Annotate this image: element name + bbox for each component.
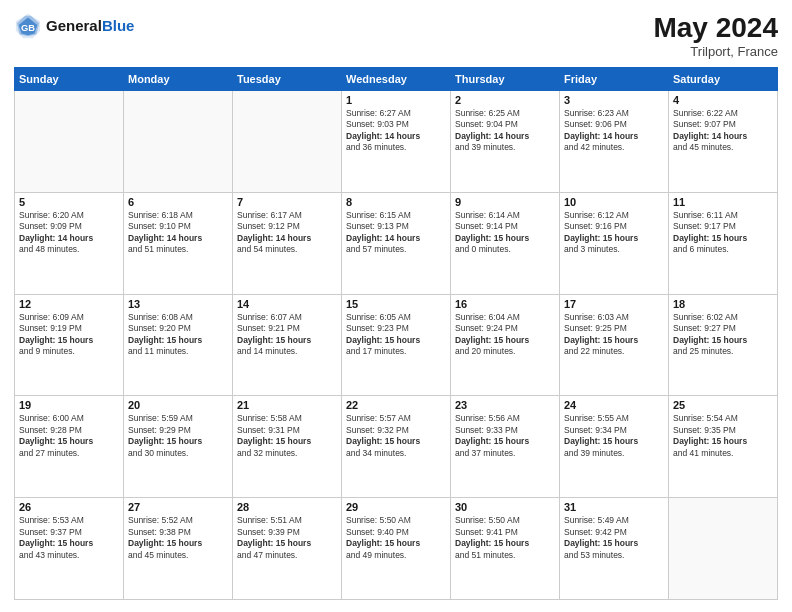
day-number: 16: [455, 298, 555, 310]
day-number: 1: [346, 94, 446, 106]
col-wednesday: Wednesday: [342, 68, 451, 91]
table-row: [669, 498, 778, 600]
col-thursday: Thursday: [451, 68, 560, 91]
day-info: Sunrise: 5:50 AMSunset: 9:41 PMDaylight:…: [455, 515, 555, 561]
day-info: Sunrise: 6:15 AMSunset: 9:13 PMDaylight:…: [346, 210, 446, 256]
table-row: 11Sunrise: 6:11 AMSunset: 9:17 PMDayligh…: [669, 192, 778, 294]
table-row: 23Sunrise: 5:56 AMSunset: 9:33 PMDayligh…: [451, 396, 560, 498]
day-number: 15: [346, 298, 446, 310]
table-row: 30Sunrise: 5:50 AMSunset: 9:41 PMDayligh…: [451, 498, 560, 600]
table-row: 16Sunrise: 6:04 AMSunset: 9:24 PMDayligh…: [451, 294, 560, 396]
table-row: 20Sunrise: 5:59 AMSunset: 9:29 PMDayligh…: [124, 396, 233, 498]
calendar-week-row: 12Sunrise: 6:09 AMSunset: 9:19 PMDayligh…: [15, 294, 778, 396]
day-info: Sunrise: 6:00 AMSunset: 9:28 PMDaylight:…: [19, 413, 119, 459]
table-row: 18Sunrise: 6:02 AMSunset: 9:27 PMDayligh…: [669, 294, 778, 396]
day-number: 3: [564, 94, 664, 106]
day-number: 23: [455, 399, 555, 411]
day-info: Sunrise: 5:58 AMSunset: 9:31 PMDaylight:…: [237, 413, 337, 459]
table-row: 26Sunrise: 5:53 AMSunset: 9:37 PMDayligh…: [15, 498, 124, 600]
table-row: 14Sunrise: 6:07 AMSunset: 9:21 PMDayligh…: [233, 294, 342, 396]
day-info: Sunrise: 5:54 AMSunset: 9:35 PMDaylight:…: [673, 413, 773, 459]
table-row: 6Sunrise: 6:18 AMSunset: 9:10 PMDaylight…: [124, 192, 233, 294]
col-sunday: Sunday: [15, 68, 124, 91]
table-row: 19Sunrise: 6:00 AMSunset: 9:28 PMDayligh…: [15, 396, 124, 498]
table-row: 17Sunrise: 6:03 AMSunset: 9:25 PMDayligh…: [560, 294, 669, 396]
table-row: 21Sunrise: 5:58 AMSunset: 9:31 PMDayligh…: [233, 396, 342, 498]
table-row: 5Sunrise: 6:20 AMSunset: 9:09 PMDaylight…: [15, 192, 124, 294]
logo: GB GeneralBlue: [14, 12, 134, 40]
day-number: 29: [346, 501, 446, 513]
table-row: 2Sunrise: 6:25 AMSunset: 9:04 PMDaylight…: [451, 91, 560, 193]
day-number: 26: [19, 501, 119, 513]
day-number: 6: [128, 196, 228, 208]
day-info: Sunrise: 6:12 AMSunset: 9:16 PMDaylight:…: [564, 210, 664, 256]
table-row: 24Sunrise: 5:55 AMSunset: 9:34 PMDayligh…: [560, 396, 669, 498]
day-info: Sunrise: 6:09 AMSunset: 9:19 PMDaylight:…: [19, 312, 119, 358]
table-row: 15Sunrise: 6:05 AMSunset: 9:23 PMDayligh…: [342, 294, 451, 396]
calendar-week-row: 5Sunrise: 6:20 AMSunset: 9:09 PMDaylight…: [15, 192, 778, 294]
title-block: May 2024 Trilport, France: [653, 12, 778, 59]
day-info: Sunrise: 6:20 AMSunset: 9:09 PMDaylight:…: [19, 210, 119, 256]
table-row: 3Sunrise: 6:23 AMSunset: 9:06 PMDaylight…: [560, 91, 669, 193]
day-info: Sunrise: 6:27 AMSunset: 9:03 PMDaylight:…: [346, 108, 446, 154]
day-number: 14: [237, 298, 337, 310]
table-row: 7Sunrise: 6:17 AMSunset: 9:12 PMDaylight…: [233, 192, 342, 294]
day-info: Sunrise: 5:55 AMSunset: 9:34 PMDaylight:…: [564, 413, 664, 459]
table-row: 10Sunrise: 6:12 AMSunset: 9:16 PMDayligh…: [560, 192, 669, 294]
day-info: Sunrise: 6:02 AMSunset: 9:27 PMDaylight:…: [673, 312, 773, 358]
day-info: Sunrise: 6:14 AMSunset: 9:14 PMDaylight:…: [455, 210, 555, 256]
col-saturday: Saturday: [669, 68, 778, 91]
calendar-table: Sunday Monday Tuesday Wednesday Thursday…: [14, 67, 778, 600]
table-row: 13Sunrise: 6:08 AMSunset: 9:20 PMDayligh…: [124, 294, 233, 396]
table-row: 31Sunrise: 5:49 AMSunset: 9:42 PMDayligh…: [560, 498, 669, 600]
svg-text:GB: GB: [21, 23, 35, 33]
day-info: Sunrise: 6:08 AMSunset: 9:20 PMDaylight:…: [128, 312, 228, 358]
table-row: 8Sunrise: 6:15 AMSunset: 9:13 PMDaylight…: [342, 192, 451, 294]
day-number: 28: [237, 501, 337, 513]
day-info: Sunrise: 5:56 AMSunset: 9:33 PMDaylight:…: [455, 413, 555, 459]
day-info: Sunrise: 6:18 AMSunset: 9:10 PMDaylight:…: [128, 210, 228, 256]
table-row: 9Sunrise: 6:14 AMSunset: 9:14 PMDaylight…: [451, 192, 560, 294]
day-number: 21: [237, 399, 337, 411]
day-info: Sunrise: 6:07 AMSunset: 9:21 PMDaylight:…: [237, 312, 337, 358]
day-number: 11: [673, 196, 773, 208]
day-info: Sunrise: 6:22 AMSunset: 9:07 PMDaylight:…: [673, 108, 773, 154]
col-tuesday: Tuesday: [233, 68, 342, 91]
day-number: 17: [564, 298, 664, 310]
table-row: [233, 91, 342, 193]
day-number: 2: [455, 94, 555, 106]
day-info: Sunrise: 6:25 AMSunset: 9:04 PMDaylight:…: [455, 108, 555, 154]
day-number: 10: [564, 196, 664, 208]
table-row: 12Sunrise: 6:09 AMSunset: 9:19 PMDayligh…: [15, 294, 124, 396]
day-number: 25: [673, 399, 773, 411]
day-info: Sunrise: 5:57 AMSunset: 9:32 PMDaylight:…: [346, 413, 446, 459]
day-info: Sunrise: 6:03 AMSunset: 9:25 PMDaylight:…: [564, 312, 664, 358]
day-info: Sunrise: 6:05 AMSunset: 9:23 PMDaylight:…: [346, 312, 446, 358]
table-row: 4Sunrise: 6:22 AMSunset: 9:07 PMDaylight…: [669, 91, 778, 193]
table-row: 28Sunrise: 5:51 AMSunset: 9:39 PMDayligh…: [233, 498, 342, 600]
day-info: Sunrise: 6:11 AMSunset: 9:17 PMDaylight:…: [673, 210, 773, 256]
table-row: 27Sunrise: 5:52 AMSunset: 9:38 PMDayligh…: [124, 498, 233, 600]
day-number: 12: [19, 298, 119, 310]
location: Trilport, France: [653, 44, 778, 59]
day-number: 9: [455, 196, 555, 208]
day-number: 19: [19, 399, 119, 411]
calendar-week-row: 19Sunrise: 6:00 AMSunset: 9:28 PMDayligh…: [15, 396, 778, 498]
header: GB GeneralBlue May 2024 Trilport, France: [14, 12, 778, 59]
day-number: 4: [673, 94, 773, 106]
col-friday: Friday: [560, 68, 669, 91]
day-info: Sunrise: 6:17 AMSunset: 9:12 PMDaylight:…: [237, 210, 337, 256]
day-info: Sunrise: 6:23 AMSunset: 9:06 PMDaylight:…: [564, 108, 664, 154]
logo-text: GeneralBlue: [46, 18, 134, 35]
table-row: 1Sunrise: 6:27 AMSunset: 9:03 PMDaylight…: [342, 91, 451, 193]
day-info: Sunrise: 5:53 AMSunset: 9:37 PMDaylight:…: [19, 515, 119, 561]
month-year: May 2024: [653, 12, 778, 44]
day-info: Sunrise: 5:50 AMSunset: 9:40 PMDaylight:…: [346, 515, 446, 561]
day-number: 31: [564, 501, 664, 513]
day-info: Sunrise: 5:51 AMSunset: 9:39 PMDaylight:…: [237, 515, 337, 561]
page: GB GeneralBlue May 2024 Trilport, France…: [0, 0, 792, 612]
day-number: 5: [19, 196, 119, 208]
day-info: Sunrise: 5:59 AMSunset: 9:29 PMDaylight:…: [128, 413, 228, 459]
table-row: 25Sunrise: 5:54 AMSunset: 9:35 PMDayligh…: [669, 396, 778, 498]
day-number: 18: [673, 298, 773, 310]
